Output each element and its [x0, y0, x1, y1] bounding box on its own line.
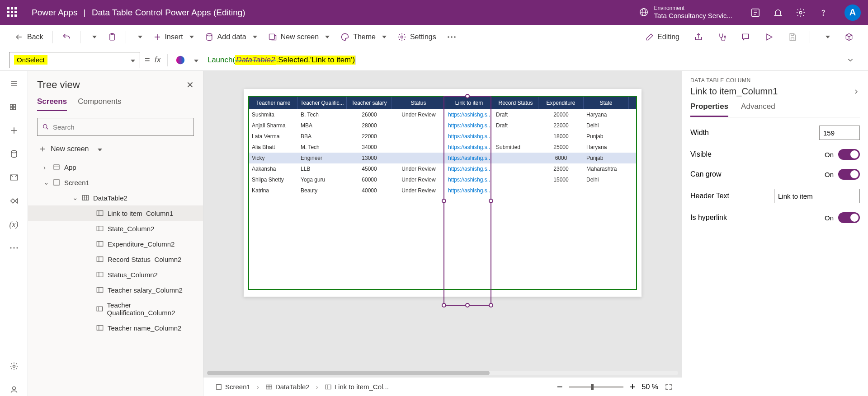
tree-item-qualification-column[interactable]: Teacher Qualification_Column2: [28, 298, 203, 320]
table-row[interactable]: Shilpa ShettyYoga guru60000Under Reviewh…: [249, 174, 636, 185]
props-tab-advanced[interactable]: Advanced: [741, 102, 775, 117]
tab-screens[interactable]: Screens: [37, 97, 67, 111]
flow-icon[interactable]: [750, 8, 760, 18]
property-selector[interactable]: OnSelect: [9, 52, 140, 68]
formula-expand-button[interactable]: [846, 56, 859, 64]
svg-rect-28: [54, 164, 59, 170]
hyperlink-toggle[interactable]: [838, 212, 860, 223]
tree-title: Tree view: [37, 79, 80, 91]
tree-item-expenditure-column[interactable]: Expenditure_Column2: [28, 236, 203, 252]
table-row[interactable]: KatrinaBeauty40000Under Reviewhttps://as…: [249, 185, 636, 196]
close-tree-button[interactable]: ✕: [186, 79, 194, 90]
copilot-dropdown[interactable]: [191, 56, 198, 64]
undo-button[interactable]: [58, 30, 75, 44]
data-rail-icon[interactable]: [8, 148, 20, 160]
media-rail-icon[interactable]: [8, 171, 20, 184]
insert-button[interactable]: Insert: [150, 30, 198, 44]
table-header[interactable]: Link to item: [445, 97, 493, 109]
paste-dropdown[interactable]: [132, 33, 146, 41]
more-button[interactable]: [443, 33, 460, 42]
zoom-in-button[interactable]: +: [630, 381, 636, 393]
paste-button[interactable]: [104, 30, 120, 44]
save-button[interactable]: [784, 30, 801, 44]
visible-toggle[interactable]: [838, 149, 860, 160]
tab-components[interactable]: Components: [78, 97, 121, 111]
tree-view-icon[interactable]: [8, 101, 20, 113]
cangrow-toggle[interactable]: [838, 169, 860, 180]
table-row[interactable]: SushmitaB. Tech26000Under Reviewhttps://…: [249, 109, 636, 120]
table-header[interactable]: State: [584, 97, 629, 109]
publish-button[interactable]: [841, 30, 857, 44]
more-rail-icon[interactable]: [8, 242, 20, 254]
zoom-slider[interactable]: [569, 386, 623, 388]
table-header[interactable]: Status: [392, 97, 445, 109]
datatable-control[interactable]: Teacher nameTeacher Qualific...Teacher s…: [248, 96, 637, 290]
copilot-icon[interactable]: [174, 54, 187, 66]
svg-rect-37: [97, 307, 102, 311]
ask-rail-icon[interactable]: [8, 383, 20, 396]
canvas[interactable]: Teacher nameTeacher Qualific...Teacher s…: [203, 71, 682, 396]
tree-item-salary-column[interactable]: Teacher salary_Column2: [28, 282, 203, 298]
settings-button[interactable]: Settings: [394, 30, 440, 44]
props-tab-properties[interactable]: Properties: [690, 102, 728, 117]
fit-to-screen-button[interactable]: [665, 383, 673, 391]
tree-item-status-column[interactable]: Status_Column2: [28, 267, 203, 282]
settings-rail-icon[interactable]: [8, 360, 20, 373]
comments-button[interactable]: [737, 30, 754, 44]
user-avatar[interactable]: A: [844, 5, 861, 21]
preview-button[interactable]: [761, 30, 777, 44]
table-row[interactable]: Anjali SharmaMBA28000https://ashishg.s..…: [249, 120, 636, 131]
add-data-button[interactable]: Add data: [201, 30, 261, 44]
zoom-out-button[interactable]: −: [557, 381, 563, 393]
undo-dropdown[interactable]: [86, 33, 100, 41]
tree-item-teachername-column[interactable]: Teacher name_Column2: [28, 320, 203, 335]
save-dropdown[interactable]: [819, 33, 834, 41]
globe-icon: [639, 7, 649, 17]
table-header[interactable]: Teacher Qualific...: [298, 97, 347, 109]
editing-mode-button[interactable]: Editing: [642, 30, 683, 44]
tree-item-recordstatus-column[interactable]: Record Status_Column2: [28, 252, 203, 267]
variables-rail-icon[interactable]: (x): [8, 218, 20, 231]
app-title: Power Apps | Data Table Control Power Ap…: [32, 8, 245, 18]
width-input[interactable]: [819, 126, 860, 140]
tree-item-link-column[interactable]: Link to item_Column1: [28, 205, 203, 221]
hamburger-icon[interactable]: [8, 77, 20, 90]
svg-rect-32: [97, 226, 103, 231]
theme-button[interactable]: Theme: [337, 30, 390, 44]
save-icon: [788, 33, 797, 42]
flows-rail-icon[interactable]: [8, 195, 20, 207]
insert-rail-icon[interactable]: [8, 124, 20, 137]
tree-item-screen1[interactable]: ⌄Screen1: [28, 175, 203, 190]
canvas-h-scrollbar[interactable]: [207, 371, 678, 375]
table-row[interactable]: AakanshaLLB45000Under Reviewhttps://ashi…: [249, 163, 636, 174]
back-button[interactable]: Back: [11, 30, 47, 44]
headertext-input[interactable]: [774, 189, 860, 203]
table-header[interactable]: Teacher name: [249, 97, 298, 109]
tree-item-state-column[interactable]: State_Column2: [28, 221, 203, 236]
breadcrumb-screen[interactable]: Screen1: [212, 381, 253, 392]
settings-gear-icon[interactable]: [796, 8, 806, 18]
table-header[interactable]: Expenditure: [538, 97, 584, 109]
new-screen-button[interactable]: New screen: [264, 30, 333, 44]
tree-search-input[interactable]: [53, 123, 189, 131]
breadcrumb-table[interactable]: DataTable2: [263, 381, 312, 392]
app-launcher-icon[interactable]: [7, 7, 18, 18]
tree-new-screen-button[interactable]: New screen: [37, 142, 194, 156]
table-header[interactable]: Record Status: [493, 97, 538, 109]
environment-picker[interactable]: Environment Tata Consultancy Servic...: [639, 5, 732, 19]
table-row[interactable]: Alia BhattM. Tech34000https://ashishg.s.…: [249, 142, 636, 153]
tree-item-app[interactable]: ›App: [28, 159, 203, 175]
table-header[interactable]: Teacher salary: [347, 97, 392, 109]
table-row[interactable]: Lata VermaBBA22000https://ashishg.s...18…: [249, 131, 636, 142]
tree-item-datatable2[interactable]: ⌄DataTable2: [28, 190, 203, 205]
breadcrumb-column[interactable]: Link to item_Col...: [322, 381, 392, 392]
table-row[interactable]: VickyEngineer13000https://ashishg.s...60…: [249, 153, 636, 163]
hyperlink-label: Is hyperlink: [690, 214, 727, 222]
props-expand-button[interactable]: [853, 88, 860, 95]
formula-input[interactable]: Launch(DataTable2.Selected.'Link to item…: [203, 53, 842, 67]
checker-button[interactable]: [714, 30, 730, 44]
tree-search[interactable]: [37, 118, 194, 136]
share-button[interactable]: [690, 30, 707, 44]
notifications-icon[interactable]: [773, 8, 783, 18]
help-icon[interactable]: [818, 8, 828, 18]
